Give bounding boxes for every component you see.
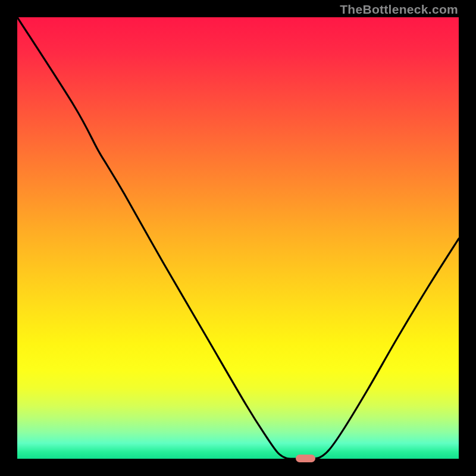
- chart-canvas: TheBottleneck.com: [0, 0, 476, 476]
- curve-layer: [17, 17, 459, 459]
- plot-area: [17, 17, 459, 459]
- optimal-marker: [296, 455, 315, 462]
- bottleneck-curve: [17, 17, 459, 459]
- watermark-label: TheBottleneck.com: [340, 2, 458, 17]
